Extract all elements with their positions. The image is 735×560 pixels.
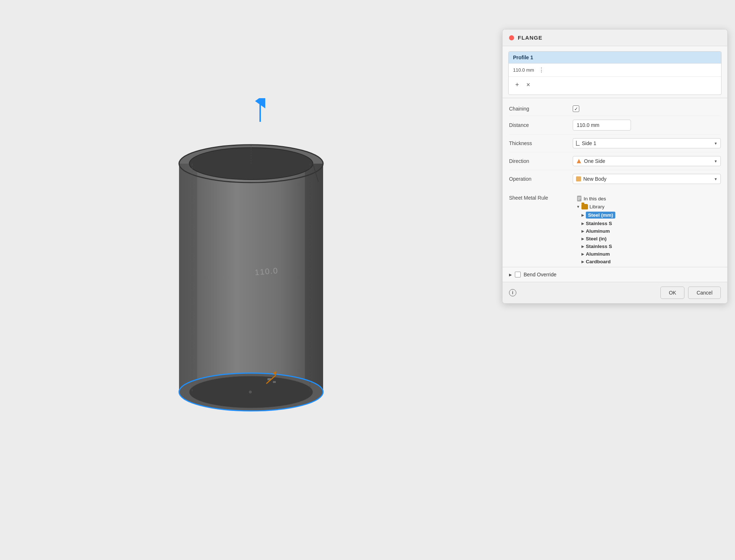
distance-row: Distance: [509, 116, 721, 135]
thickness-value: Side 1: [582, 140, 596, 146]
tree-item-stainless-s1: ▶ Stainless S: [581, 220, 721, 227]
tree-item-cardboard: ▶ Cardboard: [581, 258, 721, 265]
thickness-dropdown[interactable]: Side 1 ▼: [573, 138, 721, 148]
remove-profile-button[interactable]: ×: [525, 80, 532, 89]
bend-override-row: ▶ Bend Override: [502, 267, 727, 282]
profile-value-text: 110.0 mm: [513, 67, 534, 73]
direction-control: One Side ▼: [573, 156, 721, 166]
steel-mm-chevron-icon[interactable]: ▶: [581, 213, 584, 217]
add-profile-button[interactable]: +: [514, 80, 521, 89]
sheet-metal-tree: In this des ▼ Library ▶ Steel (mm): [576, 194, 721, 265]
operation-chevron-icon: ▼: [714, 177, 718, 181]
cylinder-3d: [160, 124, 342, 422]
cylinder-wrapper: 110.0: [160, 124, 342, 422]
distance-control: [573, 120, 721, 131]
tree-item-steel-mm: ▶ Steel (mm): [581, 211, 721, 220]
operation-dropdown-inner: New Body: [576, 176, 607, 182]
library-chevron-icon[interactable]: ▼: [576, 205, 580, 209]
profile-item-name: Profile 1: [513, 55, 533, 60]
svg-rect-8: [179, 164, 197, 392]
tree-library-text[interactable]: Library: [589, 204, 604, 209]
tree-item-in-this-des: In this des: [576, 194, 721, 203]
distance-input[interactable]: [573, 120, 631, 131]
tree-steel-in-text[interactable]: Steel (in): [586, 236, 607, 241]
thickness-chevron-icon: ▼: [714, 141, 718, 145]
chaining-control: ✓: [573, 105, 721, 112]
profile-item-value-row: 110.0 mm ⋮: [509, 63, 721, 76]
svg-rect-21: [273, 381, 276, 383]
direction-icon: [576, 158, 582, 164]
ok-button[interactable]: OK: [660, 287, 684, 299]
thickness-icon: [576, 141, 580, 146]
operation-value: New Body: [583, 176, 607, 182]
panel-footer: i OK Cancel: [502, 282, 727, 303]
info-button[interactable]: i: [509, 289, 516, 296]
operation-label: Operation: [509, 176, 573, 182]
bend-override-label: Bend Override: [524, 272, 556, 277]
thickness-row: Thickness Side 1 ▼: [509, 135, 721, 152]
profile-item-selected[interactable]: Profile 1: [509, 52, 721, 63]
sheet-metal-label: Sheet Metal Rule: [509, 194, 573, 201]
checkbox-checkmark: ✓: [574, 106, 578, 112]
doc-icon: [576, 195, 582, 202]
operation-dropdown[interactable]: New Body ▼: [573, 174, 721, 184]
aluminum1-chevron-icon[interactable]: ▶: [581, 229, 584, 233]
panel-close-button[interactable]: [509, 35, 514, 40]
direction-label: Direction: [509, 158, 573, 164]
operation-control: New Body ▼: [573, 174, 721, 184]
direction-value: One Side: [584, 158, 605, 164]
tree-item-aluminum2: ▶ Aluminum: [581, 250, 721, 258]
svg-rect-9: [305, 164, 323, 392]
tree-in-this-des-text[interactable]: In this des: [584, 196, 606, 201]
tree-steel-mm-text: Steel (mm): [588, 212, 613, 218]
steel-in-chevron-icon[interactable]: ▶: [581, 237, 584, 241]
tree-stainless-s2-text[interactable]: Stainless S: [586, 244, 612, 249]
viewport: 110.0: [0, 0, 502, 560]
flange-panel: FLANGE Profile 1 110.0 mm ⋮ + × Chaining: [502, 29, 728, 304]
chaining-checkbox[interactable]: ✓: [573, 105, 579, 112]
sheet-metal-rule-section: Sheet Metal Rule In this des: [502, 191, 727, 267]
bend-override-checkbox[interactable]: [515, 272, 521, 277]
thickness-control: Side 1 ▼: [573, 138, 721, 148]
tree-aluminum2-text[interactable]: Aluminum: [586, 251, 610, 257]
tree-steel-mm-selected[interactable]: Steel (mm): [586, 212, 615, 219]
cancel-button[interactable]: Cancel: [688, 287, 721, 299]
panel-title: FLANGE: [518, 35, 543, 41]
aluminum2-chevron-icon[interactable]: ▶: [581, 252, 584, 256]
tree-stainless-s1-text[interactable]: Stainless S: [586, 221, 612, 226]
direction-dropdown[interactable]: One Side ▼: [573, 156, 721, 166]
chaining-label: Chaining: [509, 106, 573, 112]
footer-buttons: OK Cancel: [660, 287, 721, 299]
profile-list-area: Profile 1 110.0 mm ⋮ + ×: [508, 51, 722, 95]
direction-chevron-icon: ▼: [714, 159, 718, 163]
panel-header: FLANGE: [502, 29, 727, 46]
tree-item-stainless-s2: ▶ Stainless S: [581, 243, 721, 250]
svg-marker-24: [577, 159, 581, 163]
profile-options-button[interactable]: ⋮: [537, 66, 546, 74]
distance-label: Distance: [509, 122, 573, 128]
bend-override-expand-icon[interactable]: ▶: [509, 273, 512, 277]
tree-aluminum1-text[interactable]: Aluminum: [586, 228, 610, 234]
tree-cardboard-text[interactable]: Cardboard: [586, 259, 611, 264]
profile-actions: + ×: [509, 76, 721, 93]
library-folder-icon: [581, 204, 588, 209]
chaining-row: Chaining ✓: [509, 102, 721, 116]
stainless-s1-chevron-icon[interactable]: ▶: [581, 221, 584, 225]
tree-item-library: ▼ Library: [576, 203, 721, 211]
direction-row: Direction One Side ▼: [509, 152, 721, 170]
cardboard-chevron-icon[interactable]: ▶: [581, 260, 584, 264]
stainless-s2-chevron-icon[interactable]: ▶: [581, 244, 584, 248]
sheet-metal-label-row: Sheet Metal Rule In this des: [509, 194, 721, 265]
direction-dropdown-inner: One Side: [576, 158, 605, 164]
thickness-dropdown-inner: Side 1: [576, 140, 596, 146]
tree-item-steel-in: ▶ Steel (in): [581, 235, 721, 243]
tree-item-aluminum1: ▶ Aluminum: [581, 227, 721, 235]
svg-rect-7: [179, 164, 323, 392]
svg-point-19: [249, 391, 252, 393]
form-section: Chaining ✓ Distance Thickness: [502, 98, 727, 191]
thickness-label: Thickness: [509, 140, 573, 146]
scene-container: 110.0 FLANGE Profile 1 110.0 mm ⋮ + ×: [0, 0, 735, 560]
operation-row: Operation New Body ▼: [509, 170, 721, 188]
operation-icon: [576, 176, 581, 181]
